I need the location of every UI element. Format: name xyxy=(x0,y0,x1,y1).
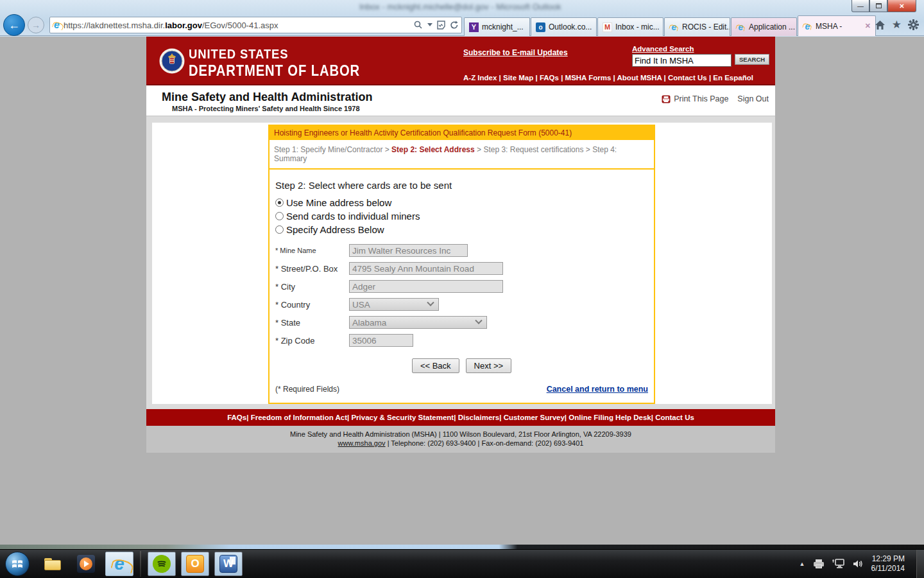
footer-privacy[interactable]: Privacy & Security Statement xyxy=(347,414,454,421)
nav-about-msha[interactable]: About MSHA xyxy=(611,74,662,82)
taskbar-ie-icon-active[interactable]: e xyxy=(105,552,133,576)
close-button[interactable]: ✕ xyxy=(887,0,916,12)
nav-faqs[interactable]: FAQs xyxy=(533,74,559,82)
nav-msha-forms[interactable]: MSHA Forms xyxy=(559,74,611,82)
nav-site-map[interactable]: Site Map xyxy=(497,74,533,82)
step2-heading: Step 2: Select where cards are to be sen… xyxy=(275,180,648,191)
start-button[interactable] xyxy=(5,552,30,576)
print-this-page-link[interactable]: Print This Page xyxy=(662,94,728,103)
windows-logo-icon xyxy=(11,557,24,570)
taskbar-outlook-icon[interactable]: O xyxy=(181,552,209,576)
clock-time: 12:29 PM xyxy=(871,554,905,564)
footer-survey[interactable]: Customer Survey xyxy=(499,414,565,421)
favorites-star-icon[interactable]: ★ xyxy=(892,20,902,30)
tray-clock[interactable]: 12:29 PM 6/11/2014 xyxy=(871,554,905,574)
state-label: * State xyxy=(275,318,349,328)
chevron-down-icon xyxy=(475,317,482,324)
show-desktop-button[interactable] xyxy=(916,550,924,578)
address-bar[interactable]: e https://lakdnettest.msha.dir.labor.gov… xyxy=(49,17,462,33)
footer-links-bar: FAQsFreedom of Information ActPrivacy & … xyxy=(146,409,775,426)
ie-icon: e xyxy=(803,21,812,31)
footer-foia[interactable]: Freedom of Information Act xyxy=(246,414,347,421)
advanced-search-link[interactable]: Advanced Search xyxy=(632,45,694,53)
nav-az-index[interactable]: A-Z Index xyxy=(463,74,497,82)
page-tagline: MSHA - Protecting Miners' Safety and Hea… xyxy=(172,105,360,112)
radio-specify-address[interactable]: Specify Address Below xyxy=(275,224,648,235)
sign-out-link[interactable]: Sign Out xyxy=(737,94,769,103)
field-row-country: * Country USA xyxy=(275,298,648,311)
compatibility-view-icon[interactable] xyxy=(437,21,445,30)
site-title-bar: Mine Safety and Health Administration MS… xyxy=(146,85,775,116)
tray-show-hidden-icon[interactable]: ▲ xyxy=(800,561,805,567)
refresh-icon[interactable] xyxy=(450,21,459,30)
tray-printer-icon[interactable] xyxy=(813,559,825,569)
taskbar-spotify-icon[interactable] xyxy=(148,552,176,576)
desktop-sliver xyxy=(0,545,924,549)
url-text[interactable]: https://lakdnettest.msha.dir.labor.gov/E… xyxy=(64,21,414,30)
field-row-state: * State Alabama xyxy=(275,316,648,329)
tab-inbox[interactable]: MInbox - mic... xyxy=(597,17,663,36)
tab-yahoo-mail[interactable]: Ymcknight_... xyxy=(464,17,530,36)
ie-favicon: e xyxy=(54,19,60,31)
window-controls: — ✕ xyxy=(851,0,916,12)
footer-contact[interactable]: Contact Us xyxy=(651,414,694,421)
tab-outlook[interactable]: oOutlook.co... xyxy=(531,17,597,36)
nav-contact-us[interactable]: Contact Us xyxy=(662,74,706,82)
tray-volume-icon[interactable] xyxy=(853,559,864,569)
search-input[interactable] xyxy=(632,54,732,67)
mine-name-label: * Mine Name xyxy=(275,247,349,254)
tab-rocis[interactable]: eROCIS - Edit... xyxy=(664,17,730,36)
content-panel: Hoisting Engineers or Health Activity Ce… xyxy=(152,123,772,404)
mine-name-field[interactable]: Jim Walter Resources Inc xyxy=(349,244,468,257)
taskbar-word-icon[interactable]: W xyxy=(214,552,243,576)
city-field[interactable]: Adger xyxy=(349,280,503,293)
ie-icon: e xyxy=(736,22,746,32)
radio-use-mine-address[interactable]: Use Mine address below xyxy=(275,197,648,208)
main-content-area: Hoisting Engineers or Health Activity Ce… xyxy=(146,116,775,409)
form-title: Hoisting Engineers or Health Activity Ce… xyxy=(270,126,654,140)
outlook-icon: o xyxy=(536,22,545,32)
next-step-button[interactable]: Next >> xyxy=(466,358,512,373)
taskbar: e O W ▲ 12:29 PM 6/11/2014 xyxy=(0,549,924,578)
zip-label: * Zip Code xyxy=(275,336,349,346)
search-button[interactable]: SEARCH xyxy=(735,54,769,65)
radio-button-icon[interactable] xyxy=(275,212,284,220)
state-select[interactable]: Alabama xyxy=(349,316,487,329)
ie-icon: e xyxy=(114,555,124,573)
breadcrumb-step2-current: Step 2: Select Address xyxy=(391,145,475,154)
search-dropdown-icon[interactable] xyxy=(427,23,432,27)
tab-application[interactable]: eApplication ... xyxy=(731,17,797,36)
tab-msha-active[interactable]: eMSHA - ✕ xyxy=(798,15,876,36)
nav-en-espanol[interactable]: En Español xyxy=(707,74,753,82)
gmail-icon: M xyxy=(603,22,612,32)
footer-disclaimers[interactable]: Disclaimers xyxy=(454,414,499,421)
footer-helpdesk[interactable]: Online Filing Help Desk xyxy=(565,414,651,421)
home-icon[interactable] xyxy=(875,20,886,30)
subscribe-link[interactable]: Subscribe to E-mail Updates xyxy=(463,48,568,57)
street-field[interactable]: 4795 Sealy Ann Mountain Road xyxy=(349,262,503,275)
cancel-return-link[interactable]: Cancel and return to menu xyxy=(547,385,648,394)
taskbar-explorer-icon[interactable] xyxy=(38,552,67,576)
ie-icon: e xyxy=(669,22,679,32)
form-5000-41: Hoisting Engineers or Health Activity Ce… xyxy=(268,125,655,404)
radio-send-to-miners[interactable]: Send cards to individual miners xyxy=(275,211,648,222)
country-select[interactable]: USA xyxy=(349,298,439,311)
msha-gov-link[interactable]: www.msha.gov xyxy=(338,439,386,447)
search-icon[interactable] xyxy=(414,21,423,30)
spotify-arcs-icon xyxy=(156,558,167,570)
taskbar-media-player-icon[interactable] xyxy=(72,552,100,576)
back-button[interactable]: ← xyxy=(3,14,25,36)
tab-strip: Ymcknight_... oOutlook.co... MInbox - mi… xyxy=(464,15,877,36)
tab-close-icon[interactable]: ✕ xyxy=(865,22,871,30)
tray-network-icon[interactable] xyxy=(832,559,845,569)
zip-field[interactable]: 35006 xyxy=(349,334,413,347)
radio-button-icon[interactable] xyxy=(275,225,284,234)
maximize-button[interactable] xyxy=(869,0,887,12)
back-step-button[interactable]: << Back xyxy=(412,358,459,373)
browser-titlebar: Inbox - mcknight.michelle@dol.gov - Micr… xyxy=(0,0,924,36)
radio-button-icon[interactable] xyxy=(275,198,284,207)
forward-button[interactable]: → xyxy=(28,17,44,33)
minimize-button[interactable]: — xyxy=(851,0,869,12)
settings-gear-icon[interactable] xyxy=(908,19,919,30)
footer-faqs[interactable]: FAQs xyxy=(227,414,246,421)
